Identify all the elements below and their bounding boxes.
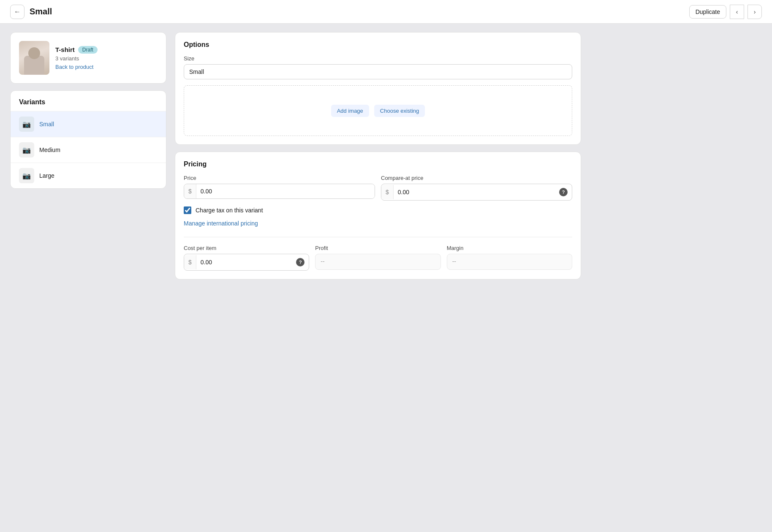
variant-image-icon-large: 📷 xyxy=(19,168,34,183)
top-bar: ← Small Duplicate ‹ › xyxy=(0,0,772,24)
pricing-title: Pricing xyxy=(184,160,572,168)
cost-help-icon[interactable]: ? xyxy=(296,258,304,266)
product-name-row: T-shirt Draft xyxy=(55,46,158,54)
compare-price-prefix: $ xyxy=(381,185,394,199)
divider xyxy=(184,237,572,237)
cost-label: Cost per item xyxy=(184,245,309,251)
variant-image-icon-small: 📷 xyxy=(19,117,34,132)
variant-name-medium: Medium xyxy=(39,147,60,153)
pricing-card: Pricing Price $ Compare-at price $ xyxy=(175,152,581,280)
product-name: T-shirt xyxy=(55,46,75,53)
compare-price-input-wrapper: $ ? xyxy=(381,184,572,201)
compare-price-label: Compare-at price xyxy=(381,175,572,181)
variants-count: 3 variants xyxy=(55,55,158,62)
tax-checkbox[interactable] xyxy=(184,206,191,214)
margin-label: Margin xyxy=(447,245,572,251)
options-title: Options xyxy=(184,41,572,49)
back-to-product-link[interactable]: Back to product xyxy=(55,64,93,70)
product-info: T-shirt Draft 3 variants Back to product xyxy=(19,41,158,75)
compare-price-input[interactable] xyxy=(394,185,555,199)
profit-field: Profit -- xyxy=(315,245,440,271)
margin-value: -- xyxy=(447,254,572,270)
variant-item-small[interactable]: 📷 Small xyxy=(11,111,166,137)
compare-price-field: Compare-at price $ ? xyxy=(381,175,572,201)
top-bar-left: ← Small xyxy=(10,5,52,19)
prev-button[interactable]: ‹ xyxy=(730,5,744,19)
cost-grid: Cost per item $ ? Profit -- Margin -- xyxy=(184,245,572,271)
choose-existing-button[interactable]: Choose existing xyxy=(374,105,425,117)
product-thumbnail xyxy=(19,41,49,75)
right-column: Options Size Add image Choose existing P… xyxy=(175,32,581,280)
size-input[interactable] xyxy=(184,64,572,79)
product-details: T-shirt Draft 3 variants Back to product xyxy=(55,46,158,70)
back-button[interactable]: ← xyxy=(10,5,24,19)
variant-item-medium[interactable]: 📷 Medium xyxy=(11,137,166,163)
options-card: Options Size Add image Choose existing xyxy=(175,32,581,145)
add-image-button[interactable]: Add image xyxy=(331,105,369,117)
cost-help[interactable]: ? xyxy=(292,254,309,270)
page-title: Small xyxy=(30,7,52,16)
compare-price-help[interactable]: ? xyxy=(555,184,572,200)
cost-prefix: $ xyxy=(184,255,196,269)
main-content: T-shirt Draft 3 variants Back to product… xyxy=(0,24,591,288)
product-image xyxy=(19,41,49,75)
cost-input[interactable] xyxy=(196,255,292,269)
cost-field: Cost per item $ ? xyxy=(184,245,309,271)
variant-image-icon-medium: 📷 xyxy=(19,142,34,157)
top-bar-right: Duplicate ‹ › xyxy=(689,5,762,19)
left-column: T-shirt Draft 3 variants Back to product… xyxy=(10,32,166,280)
help-icon[interactable]: ? xyxy=(559,188,568,196)
duplicate-button[interactable]: Duplicate xyxy=(689,5,726,19)
price-prefix: $ xyxy=(184,184,196,198)
variants-card: Variants 📷 Small 📷 Medium 📷 Large xyxy=(10,90,166,189)
tax-label[interactable]: Charge tax on this variant xyxy=(196,207,263,214)
variants-title: Variants xyxy=(11,91,166,111)
product-card: T-shirt Draft 3 variants Back to product xyxy=(10,32,166,84)
price-input-wrapper: $ xyxy=(184,184,375,199)
price-input[interactable] xyxy=(196,184,375,198)
price-label: Price xyxy=(184,175,375,181)
image-upload-zone[interactable]: Add image Choose existing xyxy=(184,85,572,136)
variant-name-small: Small xyxy=(39,121,54,128)
profit-label: Profit xyxy=(315,245,440,251)
size-label: Size xyxy=(184,55,572,62)
margin-field: Margin -- xyxy=(447,245,572,271)
profit-value: -- xyxy=(315,254,440,270)
variant-name-large: Large xyxy=(39,172,54,179)
tax-checkbox-row: Charge tax on this variant xyxy=(184,206,572,214)
pricing-grid: Price $ Compare-at price $ ? xyxy=(184,175,572,201)
price-field: Price $ xyxy=(184,175,375,201)
variant-item-large[interactable]: 📷 Large xyxy=(11,163,166,188)
draft-badge: Draft xyxy=(78,46,98,54)
international-pricing-link[interactable]: Manage international pricing xyxy=(184,220,258,227)
cost-input-wrapper: $ ? xyxy=(184,254,309,271)
next-button[interactable]: › xyxy=(748,5,762,19)
